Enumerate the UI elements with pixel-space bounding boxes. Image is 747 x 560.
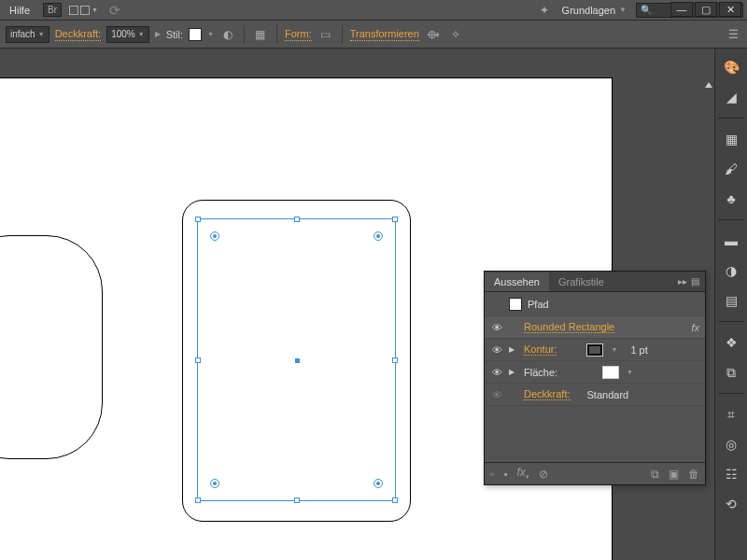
tab-graphic-styles[interactable]: Grafikstile: [549, 273, 613, 291]
dock-brushes-icon[interactable]: 🖌: [720, 158, 742, 180]
opacity-label-link[interactable]: Deckkraft:: [524, 388, 571, 400]
dock-stroke-icon[interactable]: ▬: [720, 230, 742, 252]
shape-link[interactable]: Form:: [285, 28, 312, 41]
appearance-fill-row[interactable]: 👁 ▶ Fläche: ▼: [485, 361, 705, 384]
dock-graphic-styles-icon[interactable]: ◎: [720, 433, 742, 455]
clear-appearance-button[interactable]: ⊘: [539, 468, 548, 481]
collapse-icon[interactable]: ▸▸: [678, 276, 687, 287]
panel-menu-icon[interactable]: ▤: [691, 276, 699, 287]
separator: [718, 321, 744, 322]
stroke-swatch[interactable]: [586, 343, 603, 357]
dock-gradient-icon[interactable]: ◑: [720, 259, 742, 282]
resize-handle[interactable]: [195, 217, 201, 222]
visibility-eye-icon[interactable]: 👁: [490, 367, 503, 378]
appearance-panel: Aussehen Grafikstile ▸▸ ▤ ● Pfad 👁 ▶ Rou…: [484, 271, 706, 485]
add-effect-button[interactable]: fx▾: [517, 466, 529, 481]
effect-name-link[interactable]: Rounded Rectangle: [524, 321, 614, 333]
separator: [244, 25, 245, 44]
corner-widget[interactable]: [210, 231, 219, 241]
chevron-down-icon: ▼: [619, 6, 627, 14]
separator: [718, 219, 744, 220]
disclosure-triangle-icon[interactable]: ▶: [509, 345, 518, 354]
corner-widget[interactable]: [374, 231, 383, 241]
resize-handle[interactable]: [392, 497, 398, 503]
corner-widget[interactable]: [210, 479, 219, 488]
dock-swatches-icon[interactable]: ▦: [720, 128, 742, 150]
bridge-badge[interactable]: Br: [43, 3, 62, 17]
opacity-value: 100%: [111, 29, 135, 39]
arrange-icon: [80, 6, 90, 15]
dock-artboards-icon[interactable]: ⧉: [720, 361, 742, 384]
minimize-button[interactable]: —: [670, 2, 693, 17]
isolate-icon[interactable]: ⟴: [425, 26, 442, 43]
resize-handle[interactable]: [195, 357, 201, 363]
search-icon: 🔍: [641, 5, 652, 15]
new-button[interactable]: ▣: [669, 468, 679, 481]
stroke-weight-value[interactable]: 1 pt: [630, 344, 647, 356]
center-point[interactable]: [295, 358, 300, 363]
recolor-icon[interactable]: ◐: [219, 26, 236, 43]
tab-appearance[interactable]: Aussehen: [485, 273, 549, 291]
dock-transparency-icon[interactable]: ▤: [720, 289, 742, 312]
separator: [718, 118, 744, 119]
sync-icon[interactable]: ⟳: [106, 3, 124, 18]
stroke-profile-select[interactable]: infach ▼: [6, 26, 49, 43]
delete-button[interactable]: 🗑: [688, 468, 699, 481]
dock-layers-icon[interactable]: ❖: [720, 331, 742, 354]
appearance-effect-row[interactable]: 👁 ▶ Rounded Rectangle fx: [485, 316, 705, 339]
rounded-rect-shape-1[interactable]: [0, 235, 103, 459]
chevron-down-icon[interactable]: ▼: [627, 369, 633, 375]
close-button[interactable]: ✕: [719, 2, 741, 17]
stroke-label-link[interactable]: Kontur:: [524, 343, 557, 356]
resize-handle[interactable]: [392, 217, 398, 222]
style-swatch[interactable]: [189, 28, 202, 41]
selection-bounding-box[interactable]: [197, 218, 396, 501]
resize-handle[interactable]: [294, 217, 300, 222]
resize-handle[interactable]: [392, 357, 398, 363]
disclosure-triangle-icon[interactable]: ▶: [509, 368, 518, 376]
opacity-link[interactable]: Deckkraft:: [55, 28, 102, 41]
window-controls: — ▢ ✕: [670, 2, 741, 17]
visibility-eye-icon[interactable]: 👁: [490, 322, 503, 333]
add-fill-button[interactable]: ▪: [503, 468, 507, 481]
dock-color-icon[interactable]: 🎨: [720, 56, 742, 78]
resize-handle[interactable]: [195, 497, 201, 503]
chevron-down-icon[interactable]: ▼: [611, 346, 617, 353]
dock-appearance-icon[interactable]: ⌗: [720, 403, 742, 426]
menu-help[interactable]: Hilfe: [4, 3, 35, 18]
control-bar: infach ▼ Deckkraft: 100% ▼ ▶ Stil: ▼ ◐ ▦…: [0, 21, 747, 49]
appearance-object-row[interactable]: ● Pfad: [485, 292, 705, 316]
visibility-eye-icon[interactable]: 👁: [490, 389, 503, 400]
dock-symbols-icon[interactable]: ♣: [720, 188, 742, 210]
panel-menu-icon[interactable]: ☰: [725, 26, 741, 43]
appearance-stroke-row[interactable]: 👁 ▶ Kontur: ▼ 1 pt: [485, 339, 705, 361]
fill-swatch[interactable]: [602, 366, 619, 379]
transform-link[interactable]: Transformieren: [350, 28, 419, 41]
opacity-value[interactable]: Standard: [587, 389, 629, 400]
fx-badge[interactable]: fx: [691, 322, 699, 333]
chevron-down-icon: ▼: [38, 31, 45, 37]
add-stroke-button[interactable]: ▫: [490, 468, 494, 481]
dock-pathfinder-icon[interactable]: ⟲: [720, 493, 742, 515]
dock-align-icon[interactable]: ☷: [720, 463, 742, 485]
align-icon[interactable]: ▦: [252, 26, 269, 43]
duplicate-button[interactable]: ⧉: [651, 468, 659, 481]
shape-props-icon[interactable]: ▭: [317, 26, 334, 43]
resize-handle[interactable]: [294, 497, 300, 503]
stroke-profile-label: infach: [10, 29, 35, 39]
fill-label: Fläche:: [524, 367, 572, 378]
panel-footer: ▫ ▪ fx▾ ⊘ ⧉ ▣ 🗑: [485, 462, 705, 484]
chevron-right-icon[interactable]: ▶: [155, 30, 161, 38]
chevron-down-icon[interactable]: ▼: [207, 31, 214, 37]
maximize-button[interactable]: ▢: [695, 2, 717, 17]
isolate-icon-2[interactable]: ✧: [447, 26, 464, 43]
cloud-icon[interactable]: ✦: [536, 2, 553, 19]
arrange-docs-button[interactable]: ▼: [69, 6, 98, 15]
opacity-field[interactable]: 100% ▼: [106, 26, 149, 43]
dock-color-guide-icon[interactable]: ◢: [720, 86, 742, 108]
visibility-eye-icon[interactable]: 👁: [490, 344, 503, 356]
object-type-label: Pfad: [528, 299, 549, 310]
corner-widget[interactable]: [374, 479, 383, 488]
workspace-switcher[interactable]: Grundlagen ▼: [558, 3, 630, 18]
appearance-opacity-row[interactable]: 👁 ▶ Deckkraft: Standard: [485, 384, 705, 406]
